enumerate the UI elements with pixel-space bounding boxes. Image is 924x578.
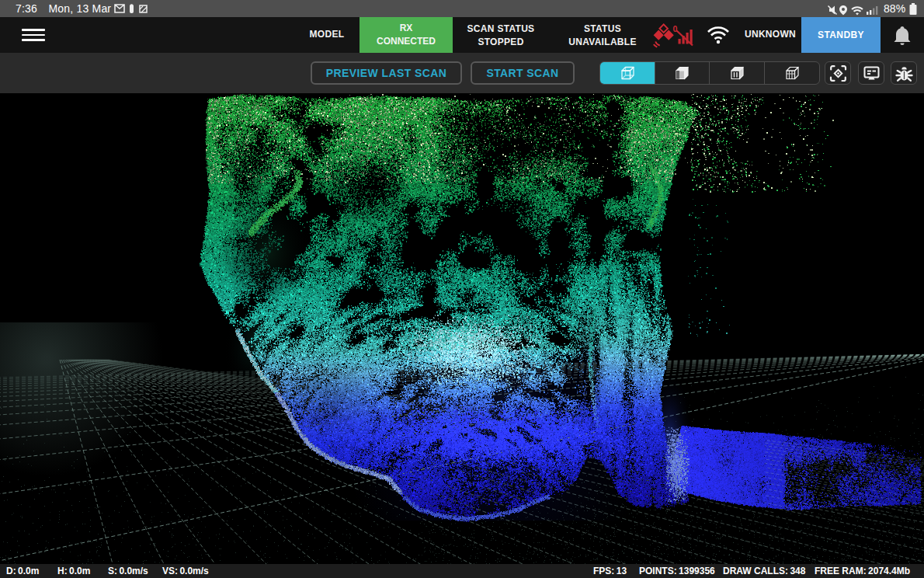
svg-text:0: 0: [673, 24, 678, 33]
